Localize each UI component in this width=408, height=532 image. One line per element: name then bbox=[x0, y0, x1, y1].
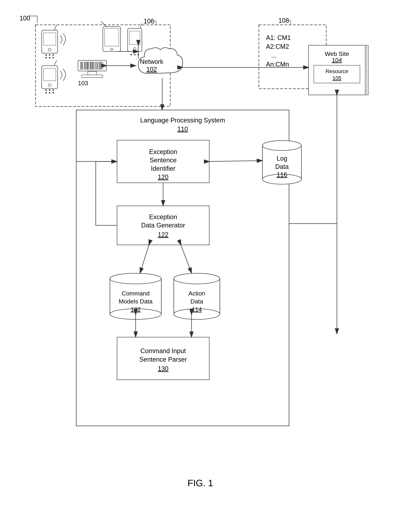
esi-label-2: Sentence bbox=[150, 157, 177, 164]
arrow-edg-to-cmd bbox=[140, 245, 149, 273]
svg-point-26 bbox=[134, 48, 136, 50]
svg-point-15 bbox=[49, 89, 50, 91]
esi-ref: 120 bbox=[158, 173, 169, 181]
svg-point-16 bbox=[52, 89, 54, 91]
svg-point-28 bbox=[134, 54, 136, 55]
esi-label-1: Exception bbox=[149, 148, 177, 156]
website-ref: 104 bbox=[332, 57, 342, 63]
svg-point-73 bbox=[263, 140, 301, 150]
resource-ref: 105 bbox=[332, 75, 341, 81]
lps-ref: 110 bbox=[177, 125, 188, 133]
edg-label-1: Exception bbox=[149, 213, 177, 221]
esi-label-3: Identifier bbox=[151, 165, 175, 172]
action-label-1: Action bbox=[188, 290, 205, 297]
svg-point-61 bbox=[110, 273, 161, 284]
svg-point-5 bbox=[49, 54, 50, 56]
ref-103-label: 103 bbox=[78, 80, 88, 87]
svg-line-3 bbox=[54, 25, 57, 30]
ref-100-label: 100 bbox=[19, 15, 30, 22]
svg-rect-0 bbox=[42, 30, 58, 53]
cisp-label-2: Sentence Parser bbox=[139, 356, 187, 363]
svg-line-13 bbox=[54, 60, 57, 66]
svg-point-17 bbox=[45, 92, 47, 94]
action-ref: 114 bbox=[192, 306, 202, 313]
log-data-cylinder: Log Data 116 bbox=[263, 140, 301, 184]
log-label-1: Log bbox=[277, 155, 287, 162]
action-label-2: Data bbox=[190, 298, 203, 305]
fig-label: FIG. 1 bbox=[187, 478, 213, 488]
network-ref: 102 bbox=[146, 66, 157, 73]
svg-point-7 bbox=[45, 57, 47, 58]
svg-point-67 bbox=[174, 273, 220, 284]
svg-point-4 bbox=[45, 54, 47, 56]
svg-rect-21 bbox=[105, 28, 119, 46]
lps-title: Language Processing System bbox=[140, 117, 225, 124]
svg-point-14 bbox=[45, 89, 47, 91]
diagram-svg: 100 106 bbox=[14, 11, 394, 499]
svg-rect-50 bbox=[82, 75, 103, 78]
mapping-line-1: A1: CM1 bbox=[266, 34, 291, 41]
cisp-ref: 130 bbox=[158, 365, 169, 372]
svg-point-12 bbox=[48, 84, 51, 87]
arrow-edg-to-action bbox=[181, 245, 192, 273]
svg-rect-24 bbox=[128, 28, 142, 52]
network-label: Network bbox=[140, 58, 163, 65]
resource-label: Resource bbox=[325, 68, 348, 74]
svg-point-8 bbox=[49, 57, 50, 58]
svg-point-19 bbox=[52, 92, 54, 94]
diagram-container: 100 106 bbox=[14, 11, 394, 499]
svg-rect-11 bbox=[43, 68, 56, 81]
arrow-feedback-loop bbox=[96, 161, 117, 225]
mapping-line-4: An:CMn bbox=[266, 61, 289, 68]
mapping-line-2: A2:CM2 bbox=[266, 43, 289, 50]
log-ref: 116 bbox=[277, 171, 287, 178]
command-models-data-cylinder: Command Models Data 132 bbox=[110, 273, 161, 319]
svg-rect-25 bbox=[129, 31, 140, 44]
network-cloud: Network 102 bbox=[138, 48, 183, 74]
svg-rect-1 bbox=[43, 33, 56, 45]
svg-point-6 bbox=[52, 54, 54, 56]
svg-point-9 bbox=[52, 57, 54, 58]
svg-line-23 bbox=[101, 21, 106, 27]
log-label-2: Data bbox=[275, 163, 289, 170]
action-data-cylinder: Action Data 114 bbox=[174, 273, 220, 319]
svg-line-27 bbox=[140, 23, 142, 28]
svg-point-2 bbox=[48, 48, 51, 51]
ref-106-label: 106 bbox=[144, 17, 154, 25]
cmd-label-2: Models Data bbox=[119, 298, 153, 305]
mapping-line-3: ... bbox=[271, 52, 277, 59]
svg-point-22 bbox=[111, 48, 113, 50]
cmd-label-1: Command bbox=[122, 290, 150, 297]
cmd-ref: 132 bbox=[131, 306, 141, 313]
svg-point-18 bbox=[49, 92, 50, 94]
cisp-label-1: Command Input bbox=[140, 347, 186, 355]
svg-rect-49 bbox=[88, 71, 97, 75]
svg-rect-10 bbox=[42, 66, 58, 89]
website-label: Web Site bbox=[325, 50, 349, 57]
svg-rect-20 bbox=[103, 27, 120, 52]
svg-point-29 bbox=[130, 54, 132, 55]
edg-ref: 122 bbox=[158, 231, 169, 238]
arrow-esi-to-log bbox=[209, 161, 262, 161]
edg-label-2: Data Generator bbox=[141, 222, 185, 229]
